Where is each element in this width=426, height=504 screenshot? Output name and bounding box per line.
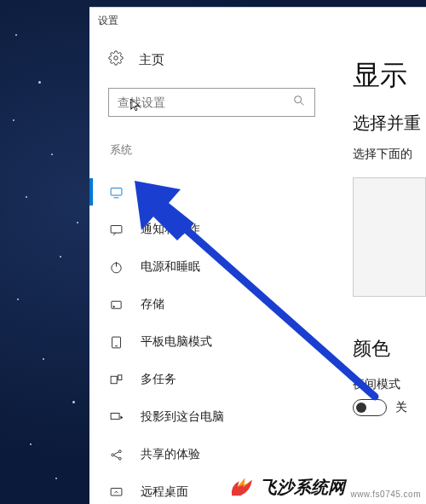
svg-rect-8 <box>111 301 120 309</box>
svg-point-15 <box>111 454 113 456</box>
power-icon <box>108 260 124 275</box>
night-mode-label: 夜间模式 <box>353 377 426 392</box>
watermark-brand: 飞沙系统网 <box>260 476 345 499</box>
svg-rect-3 <box>111 188 122 195</box>
project-icon <box>108 410 124 425</box>
settings-window: 设置 主页 系统 显示 <box>89 7 426 504</box>
svg-line-18 <box>113 451 118 454</box>
nav-item-storage[interactable]: 存储 <box>89 286 315 323</box>
nav-item-tablet[interactable]: 平板电脑模式 <box>89 323 315 361</box>
nav-item-label: 投影到这台电脑 <box>141 409 224 425</box>
toggle-state-text: 关 <box>395 400 407 415</box>
search-field[interactable] <box>118 96 285 109</box>
nav-item-power[interactable]: 电源和睡眠 <box>89 248 315 286</box>
nav-item-label: 通知和操作 <box>141 222 200 237</box>
watermark-logo-icon <box>227 475 256 499</box>
svg-point-0 <box>114 56 118 61</box>
svg-rect-5 <box>111 225 122 233</box>
nav-item-multitask[interactable]: 多任务 <box>89 361 315 398</box>
night-mode-toggle[interactable] <box>353 399 387 416</box>
sub-desc: 选择下面的 <box>353 147 426 162</box>
watermark-url: www.fs0745.com <box>350 490 421 499</box>
gear-icon <box>108 50 124 69</box>
section-label-system: 系统 <box>110 142 315 158</box>
nav-item-projecting[interactable]: 投影到这台电脑 <box>89 398 315 436</box>
svg-rect-14 <box>111 413 119 419</box>
cursor-icon <box>129 98 142 115</box>
svg-point-16 <box>118 449 121 452</box>
nav-item-label: 共享的体验 <box>141 447 200 462</box>
search-icon <box>292 94 306 111</box>
nav-item-label: 远程桌面 <box>141 484 188 500</box>
home-button[interactable]: 主页 <box>108 50 315 69</box>
sidebar: 主页 系统 显示 通知和操作 <box>89 33 337 504</box>
remote-icon <box>108 485 124 500</box>
nav-item-shared[interactable]: 共享的体验 <box>89 436 315 473</box>
svg-point-1 <box>295 96 302 103</box>
watermark: 飞沙系统网 www.fs0745.com <box>227 475 421 499</box>
nav-item-label: 显示 <box>141 184 164 200</box>
main-panel: 显示 选择并重 选择下面的 颜色 夜间模式 关 <box>337 33 426 504</box>
nav-item-label: 多任务 <box>141 372 176 387</box>
tablet-icon <box>108 335 124 350</box>
storage-icon <box>108 298 124 312</box>
monitor-icon <box>108 185 124 200</box>
svg-point-9 <box>112 305 113 306</box>
svg-line-2 <box>301 102 304 106</box>
window-title: 设置 <box>89 8 426 33</box>
nav-list: 显示 通知和操作 电源和睡眠 存储 平板电脑模式 <box>89 173 315 504</box>
color-heading: 颜色 <box>353 336 426 362</box>
svg-point-17 <box>118 457 121 460</box>
nav-item-notifications[interactable]: 通知和操作 <box>89 211 315 248</box>
share-icon <box>108 448 124 462</box>
display-preview[interactable] <box>353 177 426 297</box>
multitask-icon <box>108 373 124 387</box>
page-title: 显示 <box>353 57 426 95</box>
svg-rect-20 <box>111 488 122 495</box>
sub-heading: 选择并重 <box>353 112 426 135</box>
nav-item-label: 存储 <box>141 297 164 312</box>
message-icon <box>108 223 124 237</box>
svg-rect-13 <box>118 374 121 379</box>
svg-line-19 <box>113 455 118 458</box>
home-label: 主页 <box>139 52 164 68</box>
nav-item-label: 平板电脑模式 <box>141 334 212 350</box>
nav-item-display[interactable]: 显示 <box>89 173 315 211</box>
svg-rect-12 <box>111 376 117 384</box>
nav-item-label: 电源和睡眠 <box>141 259 200 275</box>
